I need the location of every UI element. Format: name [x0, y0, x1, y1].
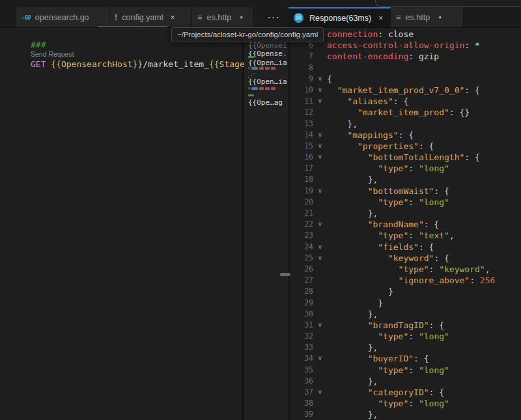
- go-file-icon: -GO: [21, 14, 31, 21]
- response-editor[interactable]: 5connection: close6access-control-allow-…: [290, 28, 521, 420]
- code-token: "buyerID": [368, 354, 414, 363]
- response-editor-lines: 5connection: close6access-control-allow-…: [290, 29, 521, 420]
- code-line: 34∨ "buyerID": {: [290, 353, 521, 364]
- code-text: },: [327, 409, 378, 420]
- line-number: 33: [290, 342, 313, 353]
- code-text: {: [327, 74, 332, 85]
- code-text: }: [327, 298, 383, 309]
- line-number: 8: [290, 63, 313, 74]
- code-token: : {: [393, 96, 408, 106]
- http-file-icon: ≡: [396, 13, 401, 21]
- code-token: ,: [449, 231, 455, 240]
- code-token: },: [347, 119, 358, 129]
- tab-es-http-2[interactable]: ≡ es.http ●: [391, 7, 464, 27]
- tabbar-scrollbar-thumb[interactable]: [98, 26, 167, 28]
- code-token: :: [378, 29, 388, 39]
- code-token: "type": [378, 197, 408, 207]
- code-token: :: [408, 365, 419, 375]
- code-line: 32 "type": "long": [290, 331, 521, 342]
- codelens-send-request[interactable]: Send Request: [0, 50, 242, 59]
- truncated-code-line: {{Opense.: [248, 49, 287, 58]
- chevron-down-icon[interactable]: ∨: [313, 85, 327, 96]
- code-line: 22∨ "brandName": {: [290, 219, 521, 230]
- editor-decoration: [248, 67, 287, 70]
- code-token: "ignore_above": [399, 275, 470, 285]
- code-token: },: [368, 376, 378, 386]
- line-number: 23: [290, 230, 313, 241]
- code-token: "properties": [358, 141, 419, 151]
- code-token: connection: [327, 29, 378, 39]
- line-number: 37: [290, 387, 313, 398]
- code-line: 24∨ "fields": {: [290, 242, 521, 253]
- code-token: *: [475, 40, 480, 50]
- code-line: 30 },: [290, 309, 521, 320]
- code-text: "bottomTotalLength": {: [327, 152, 480, 163]
- chevron-down-icon[interactable]: ∨: [313, 152, 327, 163]
- code-token: :: [470, 275, 480, 285]
- code-token: "type": [378, 231, 408, 240]
- line-number: 16: [290, 152, 313, 163]
- chevron-down-icon[interactable]: ∨: [313, 387, 327, 398]
- chevron-down-icon[interactable]: ∨: [313, 353, 327, 364]
- chevron-down-icon[interactable]: ∨: [313, 186, 327, 197]
- code-token: : {: [429, 387, 444, 397]
- line-number: 29: [290, 298, 313, 309]
- request-editor[interactable]: ###Send RequestGET {{OpensearchHost}}/ma…: [0, 28, 244, 420]
- tab-opensearch-go[interactable]: -GO opensearch.go: [16, 7, 109, 27]
- fold-gutter-space: [313, 298, 327, 309]
- code-line: 13 },: [290, 119, 521, 130]
- code-text: },: [327, 174, 378, 185]
- chevron-down-icon[interactable]: ∨: [313, 242, 327, 253]
- close-icon[interactable]: ×: [378, 14, 383, 22]
- code-token: "type": [378, 331, 408, 341]
- code-text: content-encoding: gzip: [327, 51, 439, 62]
- code-token: "brandName": [368, 219, 424, 229]
- scrollbar-thumb[interactable]: [280, 273, 290, 276]
- narrow-editor-group[interactable]: {{Opensei{{Opense.{{Open…ia{{Open…ia{{Op…: [244, 28, 290, 420]
- code-line: 10∨ "market_item_prod_v7_0_0": {: [290, 85, 521, 96]
- chevron-down-icon[interactable]: ∨: [313, 141, 327, 152]
- line-number: 9: [290, 74, 313, 85]
- chevron-down-icon[interactable]: ∨: [313, 96, 327, 107]
- code-line: 6access-control-allow-origin: *: [290, 40, 521, 51]
- code-token: "type": [378, 365, 408, 375]
- code-token: : {: [464, 85, 479, 95]
- code-text: "type": "long": [327, 331, 449, 342]
- line-number: 36: [290, 376, 313, 387]
- editor-area: ###Send RequestGET {{OpensearchHost}}/ma…: [0, 28, 521, 420]
- code-token: "categoryID": [368, 387, 429, 397]
- tab-es-http[interactable]: ≡ es.http ●: [192, 7, 254, 27]
- code-text: },: [327, 208, 378, 219]
- chevron-down-icon[interactable]: ∨: [313, 219, 327, 230]
- more-tabs-button[interactable]: ···: [262, 7, 287, 27]
- fold-gutter-space: [313, 163, 327, 174]
- code-line: 9∨{: [290, 74, 521, 85]
- line-number: 39: [290, 409, 313, 420]
- editor-decoration: [248, 56, 254, 58]
- chevron-down-icon[interactable]: ∨: [313, 130, 327, 141]
- code-text: },: [327, 309, 378, 320]
- editor-decoration: [248, 87, 287, 91]
- line-number: 13: [290, 119, 313, 130]
- fold-gutter-space: [313, 286, 327, 297]
- code-line: 21 },: [290, 208, 521, 219]
- tab-response[interactable]: Response(63ms) ×: [289, 7, 391, 27]
- code-token: }: [388, 287, 393, 296]
- code-token: :: [408, 331, 419, 341]
- fold-gutter-space: [313, 107, 327, 118]
- close-icon[interactable]: ×: [171, 14, 175, 21]
- code-token: : {: [429, 320, 444, 330]
- line-number: 38: [290, 398, 313, 409]
- tab-config-yaml[interactable]: ! config.yaml ×: [109, 7, 192, 27]
- chevron-down-icon[interactable]: ∨: [313, 74, 327, 85]
- fold-gutter-space: [313, 331, 327, 342]
- chevron-down-icon[interactable]: ∨: [313, 253, 327, 264]
- chevron-down-icon[interactable]: ∨: [313, 320, 327, 331]
- code-token: "mappings": [347, 130, 398, 140]
- code-text: "type": "long": [327, 365, 449, 376]
- line-number: 7: [290, 51, 313, 62]
- code-token: },: [368, 208, 378, 218]
- code-token: :: [464, 40, 475, 50]
- code-token: "long": [419, 399, 449, 408]
- code-line: 15∨ "properties": {: [290, 141, 521, 152]
